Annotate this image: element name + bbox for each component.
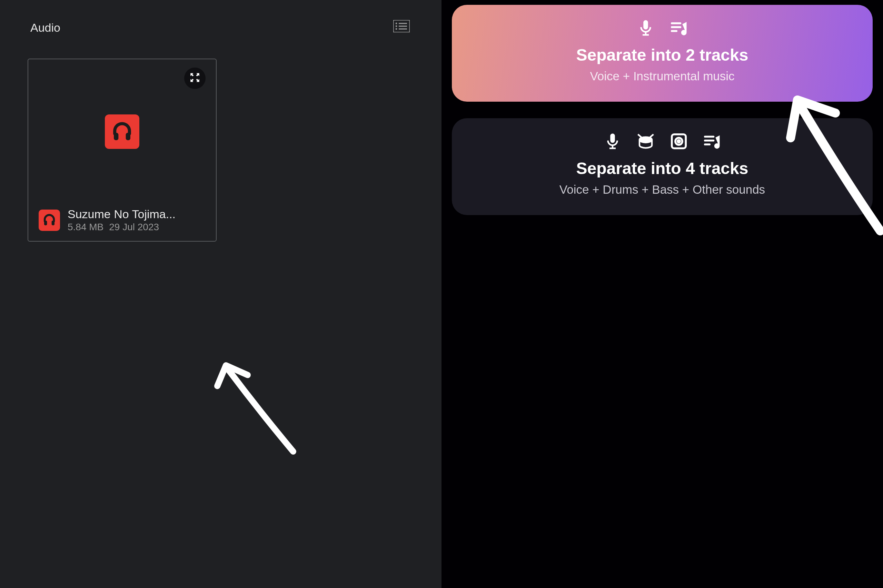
- speaker-icon: [669, 132, 688, 152]
- svg-rect-17: [610, 134, 615, 143]
- option-icons: [466, 19, 859, 39]
- music-queue-icon: [669, 19, 688, 39]
- file-footer: Suzume No Tojima... 5.84 MB 29 Jul 2023: [39, 207, 206, 232]
- header-bar: Audio: [28, 21, 414, 34]
- file-size: 5.84 MB: [68, 222, 104, 232]
- headphones-icon: [42, 213, 56, 228]
- svg-point-25: [678, 140, 680, 143]
- separate-4-tracks-card[interactable]: Separate into 4 tracks Voice + Drums + B…: [452, 118, 872, 215]
- annotation-arrow: [207, 348, 304, 460]
- svg-rect-9: [44, 220, 47, 225]
- svg-rect-11: [643, 20, 648, 30]
- separate-2-tracks-card[interactable]: Separate into 2 tracks Voice + Instrumen…: [452, 5, 872, 102]
- file-subline: 5.84 MB 29 Jul 2023: [68, 222, 176, 232]
- mic-icon: [636, 19, 655, 39]
- expand-button[interactable]: [184, 68, 206, 89]
- file-browser-panel: Audio: [0, 0, 441, 588]
- file-date: 29 Jul 2023: [109, 222, 159, 232]
- list-icon: [393, 20, 410, 35]
- svg-rect-7: [114, 133, 118, 140]
- option-subtitle: Voice + Drums + Bass + Other sounds: [466, 183, 859, 196]
- file-name: Suzume No Tojima...: [68, 207, 176, 221]
- svg-rect-10: [52, 220, 54, 225]
- list-view-toggle[interactable]: [392, 21, 411, 34]
- svg-point-1: [396, 23, 397, 24]
- svg-rect-8: [126, 133, 130, 140]
- option-title: Separate into 2 tracks: [466, 45, 859, 64]
- option-subtitle: Voice + Instrumental music: [466, 69, 859, 83]
- option-icons: [466, 132, 859, 152]
- audio-file-thumbnail-large: [105, 114, 139, 149]
- option-title: Separate into 4 tracks: [466, 159, 859, 178]
- drum-icon: [636, 132, 655, 152]
- svg-point-3: [396, 26, 397, 27]
- audio-file-card[interactable]: Suzume No Tojima... 5.84 MB 29 Jul 2023: [28, 58, 217, 242]
- audio-file-thumbnail-small: [39, 210, 60, 231]
- music-queue-icon: [702, 132, 721, 152]
- page-title: Audio: [30, 21, 60, 34]
- headphones-icon: [111, 120, 133, 143]
- separation-options-panel: Separate into 2 tracks Voice + Instrumen…: [441, 0, 883, 588]
- mic-icon: [603, 132, 622, 152]
- expand-icon: [189, 72, 201, 85]
- svg-point-5: [396, 28, 397, 30]
- file-meta: Suzume No Tojima... 5.84 MB 29 Jul 2023: [68, 207, 176, 232]
